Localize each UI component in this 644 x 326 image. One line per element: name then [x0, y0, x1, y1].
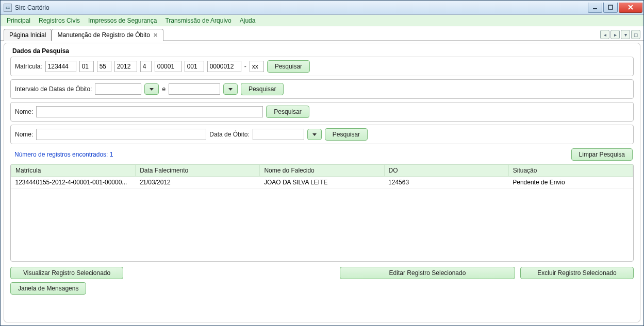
matricula-field-3[interactable]	[97, 61, 111, 72]
svg-rect-0	[593, 8, 597, 9]
grid-header-row: Matrícula Data Falecimento Nome do Falec…	[11, 165, 633, 177]
menu-transmissao[interactable]: Transmissão de Arquivo	[162, 16, 234, 25]
matricula-field-6[interactable]	[155, 61, 181, 72]
col-matricula[interactable]: Matrícula	[11, 165, 136, 177]
matricula-field-1[interactable]	[45, 61, 76, 72]
data-obito-field[interactable]	[253, 129, 304, 140]
data-inicio-field[interactable]	[95, 83, 141, 95]
records-found-text: Número de registros encontrados: 1	[14, 151, 113, 158]
janela-mensagens-button[interactable]: Janela de Mensagens	[10, 282, 86, 295]
matricula-field-4[interactable]	[114, 61, 137, 72]
cell-matricula: 1234440155-2012-4-00001-001-00000...	[11, 177, 136, 188]
data-inicio-picker-icon[interactable]	[144, 83, 159, 95]
row-intervalo-datas: Intervalo de Datas de Óbito: e Pesquisar	[10, 79, 634, 99]
maximize-button[interactable]	[603, 3, 618, 13]
matricula-field-2[interactable]	[79, 61, 94, 72]
tab-list-icon[interactable]: ▾	[621, 30, 630, 39]
col-situacao[interactable]: Situação	[508, 165, 633, 177]
intervalo-e: e	[162, 85, 166, 93]
data-obito-label: Data de Óbito:	[209, 131, 249, 138]
col-do[interactable]: DO	[384, 165, 508, 177]
tab-nav-prev-icon[interactable]: ◂	[600, 30, 609, 39]
menu-ajuda[interactable]: Ajuda	[237, 16, 259, 25]
table-row[interactable]: 1234440155-2012-4-00001-001-00000... 21/…	[11, 177, 633, 188]
minimize-button[interactable]	[588, 3, 602, 13]
cell-situacao: Pendente de Envio	[508, 177, 633, 188]
visualizar-registro-button[interactable]: Visualizar Registro Selecionado	[10, 267, 123, 279]
cell-nome-falecido: JOAO DA SILVA LEITE	[260, 177, 384, 188]
matricula-label: Matrícula:	[15, 63, 42, 70]
col-data-falecimento[interactable]: Data Falecimento	[136, 165, 260, 177]
cell-do: 124563	[384, 177, 508, 188]
search-panel: Dados da Pesquisa Matrícula: - Pesquisar…	[4, 43, 640, 322]
matricula-dash: -	[244, 63, 246, 70]
close-button[interactable]	[619, 3, 642, 13]
content-area: Dados da Pesquisa Matrícula: - Pesquisar…	[1, 41, 643, 325]
svg-rect-1	[608, 5, 613, 9]
intervalo-label: Intervalo de Datas de Óbito:	[15, 85, 92, 93]
col-nome-falecido[interactable]: Nome do Falecido	[260, 165, 384, 177]
nome-label: Nome:	[15, 108, 33, 115]
menu-registros-civis[interactable]: Registros Civis	[36, 16, 83, 25]
matricula-field-5[interactable]	[140, 61, 152, 72]
limpar-pesquisa-button[interactable]: Limpar Pesquisa	[571, 148, 633, 161]
titlebar: sc Sirc Cartório	[1, 1, 643, 15]
row-matricula: Matrícula: - Pesquisar	[10, 57, 634, 76]
messages-row: Janela de Mensagens	[8, 282, 636, 296]
matricula-field-7[interactable]	[185, 61, 204, 72]
tab-detach-icon[interactable]: ◻	[631, 30, 640, 39]
tab-close-icon[interactable]: ✕	[153, 32, 158, 39]
tab-label: Página Inicial	[9, 31, 46, 39]
app-window: sc Sirc Cartório Principal Registros Civ…	[0, 0, 644, 326]
action-buttons-row: Visualizar Registro Selecionado Editar R…	[8, 262, 636, 282]
excluir-registro-button[interactable]: Excluir Registro Selecionado	[520, 267, 634, 279]
app-icon: sc	[4, 4, 12, 12]
results-bar: Número de registros encontrados: 1 Limpa…	[8, 147, 636, 164]
tab-pagina-inicial[interactable]: Página Inicial	[4, 29, 52, 41]
menu-principal[interactable]: Principal	[4, 16, 34, 25]
editar-registro-button[interactable]: Editar Registro Selecionado	[340, 267, 515, 279]
pesquisar-matricula-button[interactable]: Pesquisar	[267, 60, 310, 73]
window-controls	[587, 3, 642, 13]
tab-label: Manutenção de Registro de Óbito	[57, 31, 150, 39]
cell-data-falecimento: 21/03/2012	[136, 177, 260, 188]
menu-impressos[interactable]: Impressos de Segurança	[85, 16, 160, 25]
panel-title: Dados da Pesquisa	[8, 46, 636, 57]
window-title: Sirc Cartório	[15, 4, 49, 11]
row-nome-data: Nome: Data de Óbito: Pesquisar	[10, 125, 634, 144]
tab-manutencao-obito[interactable]: Manutenção de Registro de Óbito ✕	[52, 29, 163, 41]
row-nome: Nome: Pesquisar	[10, 102, 634, 122]
nome2-field[interactable]	[36, 129, 206, 140]
nome2-label: Nome:	[15, 131, 33, 138]
data-fim-picker-icon[interactable]	[223, 83, 238, 95]
tabstrip: Página Inicial Manutenção de Registro de…	[1, 26, 643, 41]
data-obito-picker-icon[interactable]	[307, 129, 322, 140]
pesquisar-nome-data-button[interactable]: Pesquisar	[325, 128, 368, 141]
pesquisar-intervalo-button[interactable]: Pesquisar	[241, 83, 284, 95]
results-grid[interactable]: Matrícula Data Falecimento Nome do Falec…	[10, 164, 634, 262]
menubar: Principal Registros Civis Impressos de S…	[1, 15, 643, 26]
data-fim-field[interactable]	[169, 83, 220, 95]
matricula-field-8[interactable]	[207, 61, 241, 72]
pesquisar-nome-button[interactable]: Pesquisar	[266, 106, 309, 118]
tab-nav-next-icon[interactable]: ▸	[610, 30, 620, 39]
tab-tools: ◂ ▸ ▾ ◻	[600, 30, 640, 40]
nome-field[interactable]	[36, 106, 263, 117]
matricula-field-dv[interactable]	[250, 61, 264, 72]
